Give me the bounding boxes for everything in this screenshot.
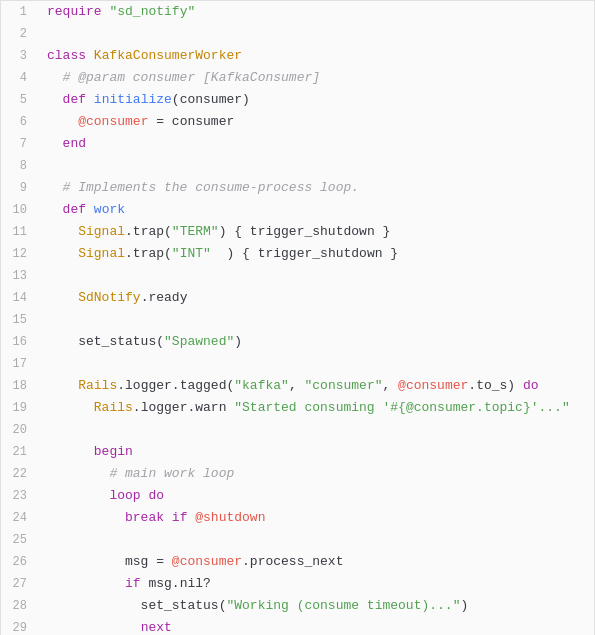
line-code: break if @shutdown xyxy=(39,507,594,529)
line-number: 26 xyxy=(1,551,39,573)
token-const: Rails xyxy=(94,400,133,415)
line-row: 9 # Implements the consume-process loop. xyxy=(1,177,594,199)
line-row: 29 next xyxy=(1,617,594,635)
token-plain: , xyxy=(289,378,305,393)
line-row: 1require "sd_notify" xyxy=(1,1,594,23)
line-row: 16 set_status("Spawned") xyxy=(1,331,594,353)
token-kw: do xyxy=(523,378,539,393)
token-plain: ) { trigger_shutdown } xyxy=(219,224,391,239)
token-kw: do xyxy=(148,488,164,503)
token-str: "Started consuming '#{@consumer.topic}'.… xyxy=(234,400,569,415)
token-const: SdNotify xyxy=(78,290,140,305)
token-kw: begin xyxy=(94,444,133,459)
line-number: 10 xyxy=(1,199,39,221)
token-plain xyxy=(47,224,78,239)
line-number: 18 xyxy=(1,375,39,397)
line-code: SdNotify.ready xyxy=(39,287,594,309)
line-number: 24 xyxy=(1,507,39,529)
line-row: 28 set_status("Working (consume timeout)… xyxy=(1,595,594,617)
line-row: 26 msg = @consumer.process_next xyxy=(1,551,594,573)
token-plain xyxy=(86,92,94,107)
token-plain xyxy=(47,114,78,129)
line-row: 12 Signal.trap("INT" ) { trigger_shutdow… xyxy=(1,243,594,265)
line-number: 14 xyxy=(1,287,39,309)
line-code: class KafkaConsumerWorker xyxy=(39,45,594,67)
line-code: if msg.nil? xyxy=(39,573,594,595)
line-number: 19 xyxy=(1,397,39,419)
token-str: "Spawned" xyxy=(164,334,234,349)
line-row: 23 loop do xyxy=(1,485,594,507)
line-row: 6 @consumer = consumer xyxy=(1,111,594,133)
line-number: 25 xyxy=(1,529,39,551)
token-method: initialize xyxy=(94,92,172,107)
token-plain: msg = xyxy=(47,554,172,569)
line-row: 24 break if @shutdown xyxy=(1,507,594,529)
token-plain xyxy=(47,620,141,635)
line-number: 3 xyxy=(1,45,39,67)
line-row: 7 end xyxy=(1,133,594,155)
token-plain: .trap( xyxy=(125,246,172,261)
line-code: # main work loop xyxy=(39,463,594,485)
token-kw: end xyxy=(63,136,86,151)
token-plain: .trap( xyxy=(125,224,172,239)
token-kw: break xyxy=(125,510,164,525)
token-plain xyxy=(164,510,172,525)
line-code: Rails.logger.tagged("kafka", "consumer",… xyxy=(39,375,594,397)
token-str: "kafka" xyxy=(234,378,289,393)
token-comment: # Implements the consume-process loop. xyxy=(47,180,359,195)
token-plain xyxy=(47,136,63,151)
line-code: msg = @consumer.process_next xyxy=(39,551,594,573)
token-plain xyxy=(47,488,109,503)
token-comment: # @param consumer [KafkaConsumer] xyxy=(47,70,320,85)
token-plain: msg.nil? xyxy=(141,576,211,591)
token-plain: set_status( xyxy=(47,598,226,613)
token-method: work xyxy=(94,202,125,217)
token-kw: def xyxy=(63,92,86,107)
token-kw: class xyxy=(47,48,86,63)
token-plain xyxy=(47,576,125,591)
line-number: 22 xyxy=(1,463,39,485)
token-kw: next xyxy=(141,620,172,635)
line-code: set_status("Working (consume timeout)...… xyxy=(39,595,594,617)
line-number: 28 xyxy=(1,595,39,617)
line-row: 3class KafkaConsumerWorker xyxy=(1,45,594,67)
line-number: 17 xyxy=(1,353,39,375)
token-kw: if xyxy=(125,576,141,591)
line-row: 22 # main work loop xyxy=(1,463,594,485)
token-kw: def xyxy=(63,202,86,217)
token-ivar: @shutdown xyxy=(195,510,265,525)
line-code: end xyxy=(39,133,594,155)
line-number: 23 xyxy=(1,485,39,507)
line-code xyxy=(39,155,594,177)
token-plain xyxy=(47,444,94,459)
token-plain: .process_next xyxy=(242,554,343,569)
line-number: 9 xyxy=(1,177,39,199)
line-row: 2 xyxy=(1,23,594,45)
line-code xyxy=(39,353,594,375)
token-const: KafkaConsumerWorker xyxy=(94,48,242,63)
token-const: Signal xyxy=(78,246,125,261)
line-number: 20 xyxy=(1,419,39,441)
line-code xyxy=(39,419,594,441)
line-number: 2 xyxy=(1,23,39,45)
token-ivar: @consumer xyxy=(78,114,148,129)
line-row: 10 def work xyxy=(1,199,594,221)
line-row: 13 xyxy=(1,265,594,287)
token-ivar: @consumer xyxy=(172,554,242,569)
line-number: 27 xyxy=(1,573,39,595)
line-code: next xyxy=(39,617,594,635)
token-plain xyxy=(47,92,63,107)
line-code: require "sd_notify" xyxy=(39,1,594,23)
line-code xyxy=(39,529,594,551)
token-plain: ) xyxy=(460,598,468,613)
line-code: loop do xyxy=(39,485,594,507)
token-const: Rails xyxy=(78,378,117,393)
line-number: 16 xyxy=(1,331,39,353)
line-row: 20 xyxy=(1,419,594,441)
code-lines: 1require "sd_notify"2 3class KafkaConsum… xyxy=(1,1,594,635)
line-number: 12 xyxy=(1,243,39,265)
line-row: 25 xyxy=(1,529,594,551)
token-kw: require xyxy=(47,4,102,19)
token-ivar: @consumer xyxy=(398,378,468,393)
token-plain: .logger.tagged( xyxy=(117,378,234,393)
